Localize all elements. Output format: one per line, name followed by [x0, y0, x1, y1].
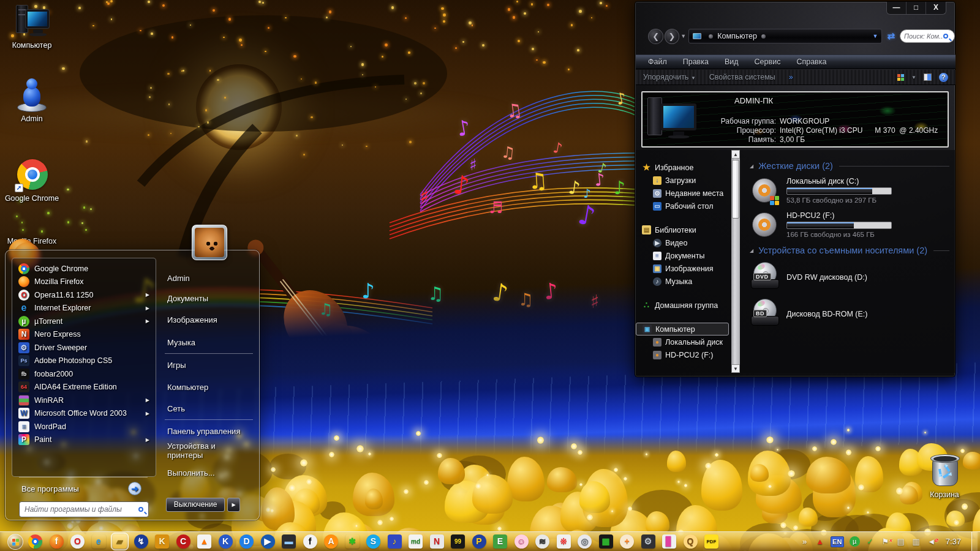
address-bar[interactable]: Компьютер ▼: [688, 29, 882, 43]
program-item-Google Chrome[interactable]: Google Chrome: [15, 262, 153, 276]
maximize-button[interactable]: □: [907, 2, 926, 14]
group-expander-icon[interactable]: ◢: [750, 248, 753, 253]
all-programs-button[interactable]: Все программы ➜: [21, 482, 150, 495]
start-right-item-Admin[interactable]: Admin: [167, 274, 253, 283]
taskbar-icon-tv-99[interactable]: 99: [451, 534, 465, 549]
taskbar-icon-internet-explorer[interactable]: e: [92, 534, 106, 549]
menu-Вид[interactable]: Вид: [725, 58, 739, 66]
explorer-search-input[interactable]: [904, 32, 943, 40]
sidebar-item-HD-PCU2 (F:)[interactable]: ●HD-PCU2 (F:): [636, 348, 731, 361]
back-button[interactable]: ❮: [648, 29, 663, 44]
views-caret-icon[interactable]: ▼: [911, 75, 916, 80]
program-item-Nero Express[interactable]: NNero Express: [15, 328, 153, 342]
explorer-search-box[interactable]: [900, 29, 955, 43]
sidebar-item-Рабочий стол[interactable]: ▭Рабочий стол: [636, 200, 731, 212]
start-right-item-Панель управления[interactable]: Панель управления: [167, 427, 253, 436]
menu-Файл[interactable]: Файл: [648, 58, 667, 66]
start-right-item-Изображения[interactable]: Изображения: [167, 315, 253, 324]
scroll-down-icon[interactable]: ▼: [731, 364, 740, 373]
show-desktop-button[interactable]: [971, 532, 978, 551]
aida-tray-icon[interactable]: ▲: [815, 534, 825, 549]
sidebar-item-Локальный диск[interactable]: ●Локальный диск: [636, 335, 731, 348]
program-item-WinRAR[interactable]: WinRAR▶: [15, 394, 153, 407]
device-item[interactable]: BDДисковод BD-ROM (E:): [751, 298, 949, 330]
drive-item[interactable]: HD-PCU2 (F:)166 ГБ свободно из 465 ГБ: [751, 211, 949, 239]
shutdown-button[interactable]: Выключение: [166, 498, 225, 512]
sidebar-item-Документы[interactable]: ≡Документы: [636, 249, 731, 262]
tray-overflow-button[interactable]: »: [800, 534, 810, 549]
program-item-Paint[interactable]: PPaint▶: [15, 433, 153, 447]
taskbar-icon-opera[interactable]: O: [70, 534, 85, 549]
taskbar-icon-filmstrip-tool[interactable]: ▦: [599, 534, 613, 549]
program-item-Adobe Photoshop CS5[interactable]: PsAdobe Photoshop CS5: [15, 354, 153, 368]
scrollbar-thumb[interactable]: [732, 160, 739, 219]
organize-button[interactable]: Упорядочить ▼: [643, 73, 696, 81]
sidebar-item-Видео[interactable]: ▶Видео: [636, 236, 731, 249]
close-button[interactable]: X: [926, 2, 946, 14]
taskbar-icon-windows-explorer[interactable]: ▰: [113, 534, 127, 549]
sidebar-section-Домашняя группа[interactable]: ∴Домашняя группа: [636, 299, 731, 312]
program-item-Internet Explorer[interactable]: eInternet Explorer▶: [15, 302, 153, 315]
taskbar-icon-plus-tool[interactable]: +: [620, 534, 634, 549]
program-item-foobar2000[interactable]: fbfoobar2000: [15, 367, 153, 381]
program-item-Mozilla Firefox[interactable]: Mozilla Firefox: [15, 276, 153, 289]
language-indicator[interactable]: EN: [831, 536, 844, 547]
scrollbar[interactable]: ▲ ▼: [731, 150, 740, 373]
program-item-WordPad[interactable]: ≡WordPad: [15, 420, 153, 433]
taskbar-icon-vlc[interactable]: ▲: [197, 534, 211, 549]
menu-Правка[interactable]: Правка: [683, 58, 709, 66]
sidebar-item-Загрузки[interactable]: ↓Загрузки: [636, 174, 731, 187]
desktop-icon-firefox[interactable]: Mozilla Firefox: [4, 235, 60, 246]
taskbar-icon-winamp[interactable]: ♪: [388, 534, 402, 549]
start-right-item-Выполнить...[interactable]: Выполнить...: [167, 468, 253, 478]
network-tray-icon[interactable]: ▥: [911, 534, 921, 549]
sidebar-item-Недавние места[interactable]: ⊙Недавние места: [636, 187, 731, 200]
start-right-item-Документы[interactable]: Документы: [167, 294, 253, 303]
breadcrumb-node-icon[interactable]: [761, 34, 766, 39]
taskbar-icon-pdf[interactable]: PDF: [704, 534, 718, 549]
sidebar-section-Компьютер[interactable]: ▣Компьютер: [636, 323, 729, 335]
taskbar-icon-aimp[interactable]: A: [324, 534, 338, 549]
taskbar-icon-golden-key[interactable]: K: [155, 534, 169, 549]
taskbar-icon-media-player-classic[interactable]: ▶: [261, 534, 275, 549]
program-item-µTorrent[interactable]: µµTorrent▶: [15, 315, 153, 328]
taskbar-icon-chart-tool[interactable]: ▊: [662, 534, 676, 549]
taskbar-icon-laser-tool[interactable]: ※: [557, 534, 571, 549]
taskbar-icon-potplayer[interactable]: D: [239, 534, 254, 549]
taskbar-icon-mediainfo[interactable]: md: [409, 534, 423, 549]
sidebar-section-Библиотеки[interactable]: ▤Библиотеки: [636, 223, 731, 236]
taskbar-icon-gyro-tool[interactable]: ◎: [578, 534, 592, 549]
desktop-icon-computer[interactable]: Компьютер: [4, 5, 60, 50]
start-search-box[interactable]: [19, 501, 149, 517]
taskbar-icon-gears-tool[interactable]: ⚙: [641, 534, 655, 549]
refresh-icon[interactable]: ⇄: [887, 31, 895, 42]
taskbar-icon-movie-maker[interactable]: ▬: [282, 534, 296, 549]
program-item-Driver Sweeper[interactable]: ⚙Driver Sweeper: [15, 341, 153, 354]
program-item-Opera11.61 1250[interactable]: OOpera11.61 1250▶: [15, 288, 153, 302]
change-view-icon[interactable]: [897, 74, 904, 81]
taskbar-clock[interactable]: 7:37: [946, 537, 961, 546]
help-icon[interactable]: ?: [939, 73, 948, 82]
taskbar-icon-kmplayer[interactable]: K: [219, 534, 233, 549]
desktop-icon-admin[interactable]: Admin: [4, 78, 60, 123]
taskbar-icon-magnifier-tool[interactable]: Q: [684, 534, 698, 549]
start-button[interactable]: [7, 534, 23, 550]
program-item-Microsoft Office Word 2003[interactable]: WMicrosoft Office Word 2003▶: [15, 407, 153, 421]
device-tray-icon[interactable]: ▤: [896, 534, 906, 549]
taskbar-icon-foobar2000[interactable]: f: [303, 534, 317, 549]
desktop-icon-bin[interactable]: Корзина: [916, 454, 973, 499]
utorrent-tray-icon[interactable]: µ: [850, 536, 860, 547]
preview-pane-icon[interactable]: [924, 73, 932, 81]
taskbar-icon-smiley-tool[interactable]: ☺: [514, 534, 529, 549]
start-right-item-Компьютер[interactable]: Компьютер: [167, 383, 253, 392]
taskbar-icon-speaker-waves[interactable]: ≋: [535, 534, 549, 549]
sidebar-section-Избранное[interactable]: ★Избранное: [636, 161, 731, 174]
start-search-input[interactable]: [24, 505, 138, 514]
menu-Справка[interactable]: Справка: [796, 58, 826, 66]
volume-muted-icon[interactable]: ◄⊘: [927, 534, 937, 549]
start-right-item-Сеть[interactable]: Сеть: [167, 404, 253, 413]
desktop-icon-chrome[interactable]: ➚Google Chrome: [4, 158, 60, 203]
breadcrumb-node-icon[interactable]: [709, 34, 713, 39]
nav-history-caret-icon[interactable]: ▼: [680, 33, 686, 39]
taskbar-icon-paint-tool[interactable]: P: [472, 534, 486, 549]
